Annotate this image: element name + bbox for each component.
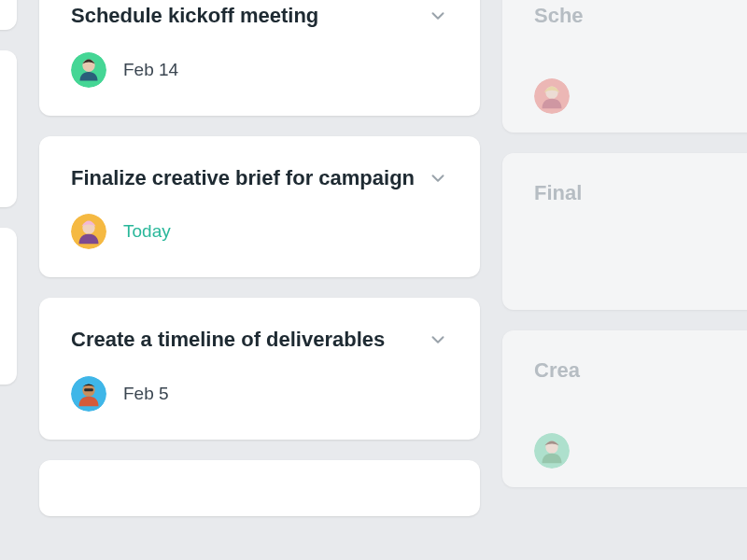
task-title: Final <box>534 181 747 205</box>
chevron-down-icon[interactable] <box>428 168 448 189</box>
task-date: Feb 5 <box>123 384 169 404</box>
task-title: Finalize creative brief for campaign <box>71 164 428 192</box>
task-card-partial[interactable] <box>0 228 17 385</box>
task-title: Create a timeline of deliverables <box>71 326 428 354</box>
chevron-down-icon[interactable] <box>428 329 448 350</box>
task-card-partial[interactable] <box>0 50 17 207</box>
task-date: Today <box>123 221 171 242</box>
task-card[interactable]: Create a timeline of deliverables Feb 5 <box>39 298 480 440</box>
assignee-avatar[interactable] <box>71 52 106 88</box>
assignee-avatar[interactable] <box>71 376 106 412</box>
task-card-partial[interactable]: Sche <box>502 0 747 133</box>
task-card-partial[interactable]: Final <box>502 153 747 310</box>
task-card-partial[interactable]: Crea <box>502 330 747 487</box>
task-title: Sche <box>534 4 747 28</box>
task-card[interactable]: Schedule kickoff meeting Feb 14 <box>39 0 480 116</box>
assignee-avatar[interactable] <box>71 214 106 249</box>
task-card[interactable]: Finalize creative brief for campaign Tod… <box>39 136 480 278</box>
chevron-down-icon[interactable] <box>428 6 448 26</box>
task-title: Crea <box>534 358 747 383</box>
task-card-partial[interactable] <box>39 460 480 516</box>
task-card-partial[interactable] <box>0 0 17 30</box>
assignee-avatar[interactable] <box>534 433 570 469</box>
svg-rect-6 <box>84 388 93 391</box>
assignee-avatar[interactable] <box>534 78 570 114</box>
task-title: Schedule kickoff meeting <box>71 2 428 30</box>
task-date: Feb 14 <box>123 60 178 80</box>
